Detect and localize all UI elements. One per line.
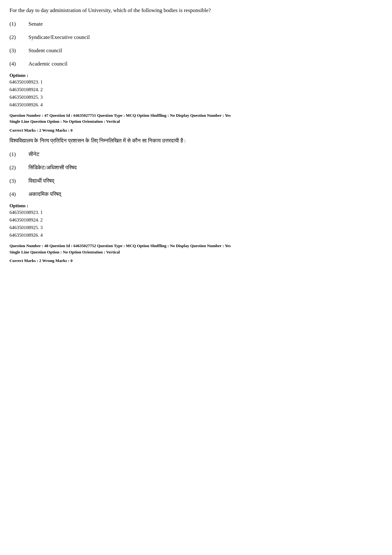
question-47-english: For the day to day administration of Uni… [9,6,383,109]
options-ids-section-english: Options : 646350108923. 1 646350108924. … [9,73,383,109]
question-47-hindi-text: विश्वविद्यालय के नित्य प्रतिदिन प्रशासन … [9,136,383,145]
option-id-3: 646350108925. 3 [9,93,383,101]
meta-line1: Question Number : 47 Question Id : 64635… [9,112,383,119]
options-list-hindi: (1) सीनेट (2) सिंडिकेट/अधिशासी परिषद (3)… [9,150,383,199]
option-text-2: Syndicate/Executive council [28,34,90,41]
option-2-english: (2) Syndicate/Executive council [9,33,383,42]
option-id-4: 646350108926. 4 [9,101,383,109]
option-4-english: (4) Academic council [9,59,383,68]
options-label-hindi: Options : [9,203,383,209]
options-label-english: Options : [9,73,383,78]
hindi-option-number-1: (1) [9,151,28,158]
option-2-hindi: (2) सिंडिकेट/अधिशासी परिषद [9,163,383,172]
hindi-option-text-3: विद्यार्थी परिषद् [28,178,54,184]
option-4-hindi: (4) अकादमिक परिषद् [9,190,383,199]
option-text-1: Senate [28,21,43,27]
question-47-meta: Question Number : 47 Question Id : 64635… [9,112,383,125]
hindi-option-id-3: 646350108925. 3 [9,224,383,231]
hindi-option-id-1: 646350108923. 1 [9,209,383,216]
option-1-hindi: (1) सीनेट [9,150,383,159]
correct-marks-48: Correct Marks : 2 Wrong Marks : 0 [9,258,383,264]
option-id-2: 646350108924. 2 [9,86,383,93]
meta-line2: Single Line Question Option : No Option … [9,118,383,125]
hindi-option-number-4: (4) [9,191,28,197]
option-number-4: (4) [9,61,28,67]
option-text-4: Academic council [28,61,67,67]
option-3-hindi: (3) विद्यार्थी परिषद् [9,177,383,185]
question-47-hindi: विश्वविद्यालय के नित्य प्रतिदिन प्रशासन … [9,136,383,239]
q48-meta-line2: Single Line Question Option : No Option … [9,249,383,255]
option-number-1: (1) [9,21,28,27]
correct-marks-47: Correct Marks : 2 Wrong Marks : 0 [9,127,383,134]
options-list-english: (1) Senate (2) Syndicate/Executive counc… [9,20,383,68]
hindi-option-number-3: (3) [9,178,28,184]
hindi-option-text-4: अकादमिक परिषद् [28,191,61,197]
option-id-1: 646350108923. 1 [9,78,383,86]
option-number-3: (3) [9,47,28,54]
option-number-2: (2) [9,34,28,41]
options-ids-section-hindi: Options : 646350108923. 1 646350108924. … [9,203,383,239]
hindi-option-number-2: (2) [9,165,28,171]
hindi-option-id-2: 646350108924. 2 [9,216,383,224]
hindi-option-text-2: सिंडिकेट/अधिशासी परिषद [28,165,77,171]
option-1-english: (1) Senate [9,20,383,28]
q48-meta-line1: Question Number : 48 Question Id : 64635… [9,243,383,249]
hindi-option-text-1: सीनेट [28,151,40,158]
hindi-option-id-4: 646350108926. 4 [9,231,383,239]
option-text-3: Student council [28,47,62,54]
question-47-english-text: For the day to day administration of Uni… [9,6,383,15]
question-48-meta: Question Number : 48 Question Id : 64635… [9,243,383,255]
option-3-english: (3) Student council [9,46,383,55]
